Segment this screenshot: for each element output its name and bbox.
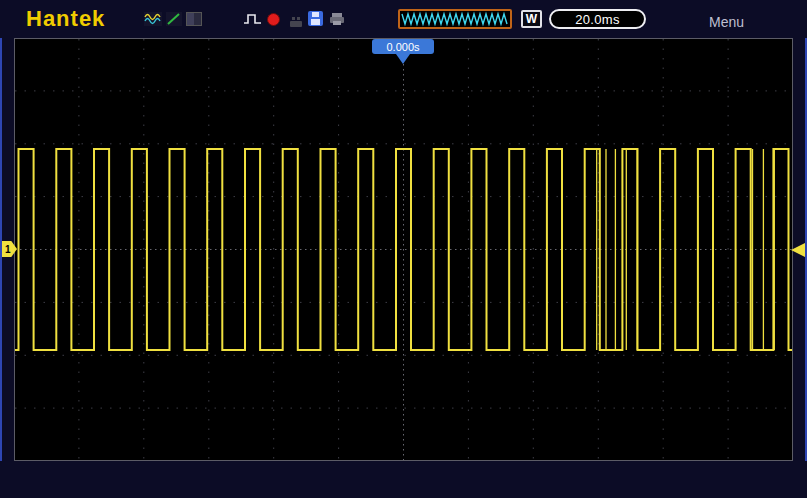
pulse-icon[interactable] [243, 12, 263, 30]
brand-logo: Hantek [26, 6, 105, 32]
usb-icon[interactable] [288, 14, 304, 32]
display-mode-icon[interactable] [186, 12, 202, 30]
waveform-display [14, 38, 793, 461]
menu-button[interactable]: Menu [709, 14, 744, 30]
slope-icon[interactable] [166, 12, 182, 30]
trigger-waveform-preview[interactable] [398, 9, 512, 29]
channel-waves-icon[interactable] [144, 12, 162, 30]
save-icon[interactable] [308, 11, 323, 30]
trigger-position-readout[interactable]: 0.000s [372, 39, 434, 54]
trigger-position-marker[interactable] [396, 54, 410, 64]
preview-waveform-icon [400, 11, 510, 27]
print-icon[interactable] [329, 12, 345, 30]
timebase-readout: 20.0ms [549, 9, 646, 29]
window-mode-badge: W [521, 10, 542, 28]
status-bar: DC 500mV CH1 0.00V 86.0000Hz 5-Dec-25 13… [0, 461, 807, 498]
oscilloscope-screen: Hantek [0, 0, 807, 498]
record-icon[interactable] [267, 13, 280, 26]
trigger-level-marker[interactable] [791, 243, 805, 257]
top-bar: Hantek [0, 0, 807, 38]
scope-graticule-and-trace [14, 38, 793, 461]
